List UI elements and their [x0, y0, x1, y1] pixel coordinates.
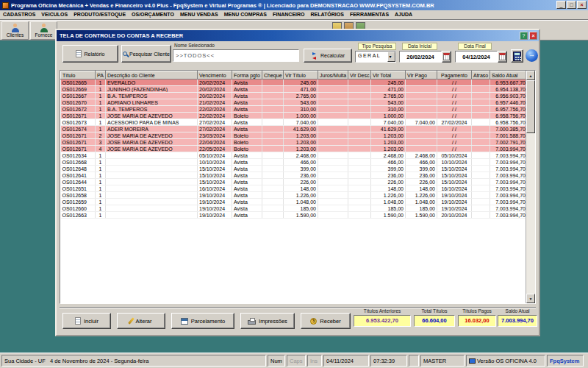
- cell-vlr-pago: [406, 132, 437, 139]
- receivables-table: TítuloPADescrição do ClienteVencimentoFo…: [60, 70, 536, 304]
- column-header[interactable]: Descrição do Cliente: [106, 71, 198, 79]
- dropdown-arrow-icon[interactable]: [387, 52, 395, 62]
- menu-item[interactable]: FERRAMENTAS: [347, 10, 392, 19]
- table-row[interactable]: OS012659 1 19/10/2024 Avista 1.048,00 1.…: [61, 199, 528, 205]
- data-final-calendar-button[interactable]: [498, 51, 507, 63]
- table-row[interactable]: OS012648 1 15/10/2024 Avista 399,00 399,…: [61, 166, 528, 172]
- dialog-help-button[interactable]: ?: [520, 32, 528, 40]
- cell-atraso: [472, 113, 490, 119]
- nome-selecionado-field[interactable]: >>TODOS<<: [173, 49, 299, 62]
- menu-item[interactable]: CADASTROS: [0, 10, 38, 19]
- scroll-thumb[interactable]: [526, 80, 535, 133]
- scroll-up-icon[interactable]: [526, 71, 535, 80]
- table-row[interactable]: OS012671 3 JOSE MARIA DE AZEVEDO 22/04/2…: [61, 139, 528, 146]
- menu-item[interactable]: RELATÓRIOS: [308, 10, 347, 19]
- status-segment: MASTER: [420, 355, 465, 367]
- maximize-button[interactable]: □: [567, 1, 576, 9]
- column-header[interactable]: Título: [61, 71, 96, 79]
- menu-item[interactable]: PRODUTO/ESTOQUE: [71, 10, 129, 19]
- column-header[interactable]: Vencimento: [198, 71, 232, 79]
- cell-juros-multa: [318, 179, 348, 185]
- cell-juros-multa: [318, 146, 348, 152]
- column-header[interactable]: Vlr Desc.: [348, 71, 371, 79]
- table-row[interactable]: OS012674 1 ADEIR MOREIRA 27/02/2024 Avis…: [61, 126, 528, 132]
- recalcular-button[interactable]: Recalcular: [304, 49, 352, 63]
- cell-atraso: [472, 152, 490, 159]
- menu-item[interactable]: VEICULOS: [38, 10, 71, 19]
- table-row[interactable]: OS012669 1 JUNINHO (FAZENDINHA) 20/02/20…: [61, 86, 528, 93]
- dialog-close-button[interactable]: ×: [529, 32, 537, 40]
- table-row[interactable]: OS012641 1 15/10/2024 Avista 236,00 236,…: [61, 172, 528, 179]
- table-row[interactable]: OS012671 1 JOSE MARIA DE AZEVEDO 22/02/2…: [61, 113, 528, 119]
- table-row[interactable]: OS012672 1 B.A. TEMPEROS 22/02/2024 Avis…: [61, 106, 528, 113]
- data-inicial-calendar-button[interactable]: [442, 51, 451, 63]
- window-titlebar[interactable]: Programa Oficina Mecânica + Vendas e Fin…: [0, 0, 588, 10]
- cell-cliente: [106, 159, 198, 166]
- column-header[interactable]: Forma pgto: [232, 71, 262, 79]
- minimize-button[interactable]: _: [556, 1, 566, 9]
- cell-atraso: [472, 166, 490, 172]
- table-row[interactable]: OS012665 1 EVERALDO 20/02/2024 Avista 24…: [61, 79, 528, 86]
- total-label: Total Títulos: [414, 308, 455, 315]
- cell-titulo: OS012671: [61, 113, 96, 119]
- column-header[interactable]: Pagamento: [437, 71, 472, 79]
- table-row[interactable]: OS012668 1 10/10/2024 Avista 466,00 466,…: [61, 159, 528, 166]
- column-header[interactable]: Juros/Multa: [318, 71, 348, 79]
- table-row[interactable]: OS012658 1 19/10/2024 Avista 1.226,00 1.…: [61, 192, 528, 199]
- cell-vlr-desc: [348, 192, 371, 199]
- table-row[interactable]: OS012671 2 JOSE MARIA DE AZEVEDO 23/03/2…: [61, 132, 528, 139]
- table-row[interactable]: OS012671 4 JOSE MARIA DE AZEVEDO 22/05/2…: [61, 146, 528, 152]
- table-row[interactable]: OS012667 1 B.A. TEMPEROS 20/02/2024 Avis…: [61, 93, 528, 99]
- dialog-titlebar[interactable]: TELA DE CONTROLE DO CONTAS A RECEBER ? ×: [57, 30, 539, 41]
- column-header[interactable]: Vlr Título: [284, 71, 318, 79]
- table-row[interactable]: OS012644 1 15/10/2024 Avista 226,00 226,…: [61, 179, 528, 185]
- column-header[interactable]: Saldo Atual: [490, 71, 528, 79]
- table-row[interactable]: OS012673 1 ACESSORIO PARA DE MINAS 27/02…: [61, 119, 528, 126]
- status-text: Num: [270, 358, 282, 364]
- tipo-pesquisa-select[interactable]: GERAL: [355, 51, 396, 63]
- close-button[interactable]: ×: [577, 1, 587, 9]
- table-row[interactable]: OS012651 1 16/10/2024 Avista 148,00 148,…: [61, 185, 528, 192]
- table-row[interactable]: OS012660 1 19/10/2024 Avista 185,00 185,…: [61, 205, 528, 212]
- cell-forma-pgto: Boleto: [232, 139, 262, 146]
- menu-item[interactable]: MENU VENDAS: [177, 10, 221, 19]
- cell-juros-multa: [318, 106, 348, 113]
- column-header[interactable]: Vlr Pago: [406, 71, 437, 79]
- column-header[interactable]: Cheque: [262, 71, 284, 79]
- cell-vlr-total: 236,00: [371, 172, 406, 179]
- go-button[interactable]: [526, 49, 538, 62]
- data-inicial-field[interactable]: 20/02/2024: [399, 51, 442, 63]
- nome-selecionado-value: >>TODOS<<: [176, 52, 215, 59]
- column-header[interactable]: Vlr Total: [371, 71, 406, 79]
- cell-cliente: EVERALDO: [106, 79, 198, 86]
- pesquisar-cliente-button[interactable]: Pesquisar Cliente: [121, 45, 171, 63]
- cell-forma-pgto: Avista: [232, 159, 262, 166]
- column-header[interactable]: PA: [96, 71, 106, 79]
- cell-vlr-titulo: 466,00: [284, 159, 318, 166]
- menu-item[interactable]: OS/ORÇAMENTO: [129, 10, 177, 19]
- table-row[interactable]: OS012634 1 05/10/2024 Avista 2.468,00 2.…: [61, 152, 528, 159]
- cell-cheque: [262, 126, 284, 132]
- column-header[interactable]: Atraso: [472, 71, 490, 79]
- cell-atraso: [472, 205, 490, 212]
- menu-item[interactable]: MENU COMPRAS: [221, 10, 270, 19]
- scroll-down-icon[interactable]: [526, 294, 535, 303]
- menu-item[interactable]: FINANCEIRO: [270, 10, 308, 19]
- cell-pa: 1: [96, 99, 106, 106]
- cell-cliente: [106, 205, 198, 212]
- table-row[interactable]: OS012663 1 19/10/2024 Avista 1.590,00 1.…: [61, 212, 528, 219]
- cell-atraso: [472, 79, 490, 86]
- cell-juros-multa: [318, 192, 348, 199]
- cell-cheque: [262, 79, 284, 86]
- relatorio-button[interactable]: Relatório: [62, 45, 118, 63]
- data-final-field[interactable]: 04/12/2024: [455, 51, 498, 63]
- toolbar-button[interactable]: Clientes: [1, 21, 29, 40]
- vertical-scrollbar[interactable]: [526, 71, 535, 303]
- toolbar-button[interactable]: Fornece: [30, 21, 57, 40]
- cell-juros-multa: [318, 132, 348, 139]
- cell-juros-multa: [318, 86, 348, 93]
- table-row[interactable]: OS012670 1 ADRIANO LINHARES 21/02/2024 A…: [61, 99, 528, 106]
- calculator-button[interactable]: [511, 49, 523, 63]
- menu-item[interactable]: AJUDA: [392, 10, 415, 19]
- cell-titulo: OS012671: [61, 139, 96, 146]
